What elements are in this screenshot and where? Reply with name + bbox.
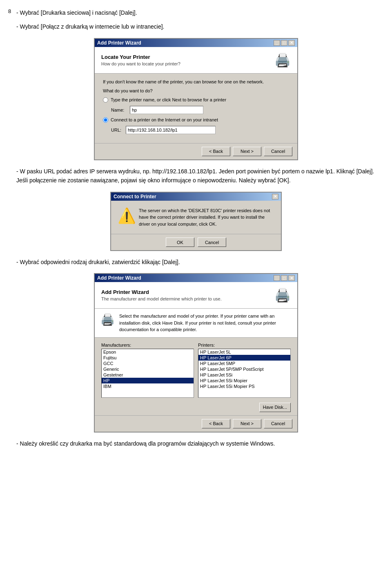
wizard2-title: Add Printer Wizard — [97, 275, 141, 281]
printer-lj5mp[interactable]: HP LaserJet 5MP — [198, 361, 290, 366]
wizard2-minimize-button[interactable]: _ — [274, 275, 280, 281]
connect-title: Connect to Printer — [114, 194, 156, 199]
middle-text-1: - W pasku URL podać adres IP serwera wyd… — [16, 167, 376, 185]
wizard1-back-button[interactable]: < Back — [202, 147, 230, 156]
warning-icon: ⚠️ — [118, 207, 134, 228]
printer-lj5p-ps[interactable]: HP LaserJet 5P/5MP PostScript — [198, 366, 290, 372]
wizard2-header-title: Add Printer Wizard — [101, 289, 222, 295]
wizard1-titlebar: Add Printer Wizard _ □ ✕ — [95, 39, 297, 47]
wizard2-printer-icon: 🖨️ — [274, 287, 291, 303]
wizard2-header-subtitle: The manufacturer and model determine whi… — [101, 296, 222, 301]
connect-body-text: The server on which the 'DESKJET 810C' p… — [139, 207, 274, 228]
footer-text: - Należy określić czy drukarka ma być st… — [16, 439, 376, 448]
connect-to-printer-dialog: Connect to Printer ✕ ⚠️ The server on wh… — [110, 192, 282, 251]
manufacturers-label: Manufacturers: — [101, 343, 194, 347]
wizard2-close-button[interactable]: ✕ — [288, 275, 295, 281]
manufacturer-gcc[interactable]: GCC — [102, 361, 194, 366]
manufacturer-hp[interactable]: HP — [102, 378, 194, 383]
printer-lj5si-mopier[interactable]: HP LaserJet 5Si Mopier — [198, 378, 290, 383]
printer-lj6p[interactable]: HP LaserJet 6P — [198, 355, 290, 361]
wizard1-header-title: Locate Your Printer — [101, 54, 180, 60]
connect-titlebar: Connect to Printer ✕ — [111, 193, 281, 201]
wizard2-header: Add Printer Wizard The manufacturer and … — [95, 282, 297, 309]
connect-cancel-button[interactable]: Cancel — [198, 238, 226, 247]
wizard2-titlebar: Add Printer Wizard _ □ ✕ — [95, 274, 297, 282]
radio-internet[interactable] — [103, 117, 108, 123]
manufacturer-generic[interactable]: Generic — [102, 366, 194, 372]
page-number: 8 — [8, 8, 11, 14]
minimize-button[interactable]: _ — [274, 40, 280, 46]
wizard1-cancel-button[interactable]: Cancel — [264, 147, 292, 156]
wizard2-next-button[interactable]: Next > — [233, 419, 261, 428]
wizard2-maximize-button[interactable]: □ — [281, 275, 287, 281]
intro-text-1: - Wybrać [Drukarka sieciowa] i nacisnąć … — [16, 8, 376, 17]
printer-lj5si-mopier-ps[interactable]: HP LaserJet 5Si Mopier PS — [198, 383, 290, 389]
manufacturer-epson[interactable]: Epson — [102, 349, 194, 355]
manufacturers-listbox[interactable]: Epson Fujitsu GCC Generic Gestetner HP I… — [101, 349, 194, 398]
wizard2-desc: 🖨️ Select the manufacturer and model of … — [95, 309, 297, 338]
manufacturer-gestetner[interactable]: Gestetner — [102, 372, 194, 378]
wizard1-header-subtitle: How do you want to locate your printer? — [101, 61, 180, 66]
close-button[interactable]: ✕ — [288, 40, 295, 46]
have-disk-button[interactable]: Have Disk... — [259, 403, 291, 412]
middle-text-2: - Wybrać odpowiedni rodzaj drukarki, zat… — [16, 258, 376, 267]
wizard2-back-button[interactable]: < Back — [202, 419, 230, 428]
printers-listbox[interactable]: HP LaserJet 5L HP LaserJet 6P HP LaserJe… — [198, 349, 291, 398]
wizard1-footer: < Back Next > Cancel — [95, 143, 297, 159]
intro-text-2: - Wybrać [Połącz z drukarką w internecie… — [16, 22, 376, 31]
connect-ok-button[interactable]: OK — [166, 238, 194, 247]
url-label: URL: — [111, 128, 123, 132]
wizard2-footer: < Back Next > Cancel — [95, 415, 297, 432]
name-input[interactable] — [130, 106, 203, 114]
wizard2-desc-icon: 🖨️ — [100, 313, 115, 326]
wizard1-body-text: If you don't know the name of the printe… — [103, 79, 289, 84]
printer-lj5si[interactable]: HP LaserJet 5Si — [198, 372, 290, 378]
radio2-label: Connect to a printer on the Internet or … — [111, 117, 218, 122]
radio-browse[interactable] — [103, 97, 108, 103]
wizard1-title: Add Printer Wizard — [97, 40, 141, 46]
maximize-button[interactable]: □ — [281, 40, 287, 46]
printers-label: Printers: — [198, 343, 291, 347]
manufacturer-fujitsu[interactable]: Fujitsu — [102, 355, 194, 361]
wizard2-cancel-button[interactable]: Cancel — [264, 419, 292, 428]
url-input[interactable] — [126, 126, 216, 134]
connect-footer: OK Cancel — [111, 234, 281, 250]
wizard1-header: Locate Your Printer How do you want to l… — [95, 47, 297, 74]
connect-close-button[interactable]: ✕ — [272, 194, 278, 199]
printer-icon: 🖨️ — [274, 52, 291, 68]
wizard2-desc-text: Select the manufacturer and model of you… — [119, 313, 292, 333]
wizard1-what-do: What do you want to do? — [103, 88, 289, 93]
wizard1-next-button[interactable]: Next > — [233, 147, 261, 156]
add-printer-wizard-1: Add Printer Wizard _ □ ✕ Locate Your Pri… — [94, 38, 298, 160]
radio1-label: Type the printer name, or click Next to … — [111, 97, 226, 102]
manufacturer-ibm[interactable]: IBM — [102, 383, 194, 389]
add-printer-wizard-2: Add Printer Wizard _ □ ✕ Add Printer Wiz… — [94, 273, 298, 433]
name-label: Name: — [111, 108, 127, 112]
printer-lj5l[interactable]: HP LaserJet 5L — [198, 349, 290, 355]
